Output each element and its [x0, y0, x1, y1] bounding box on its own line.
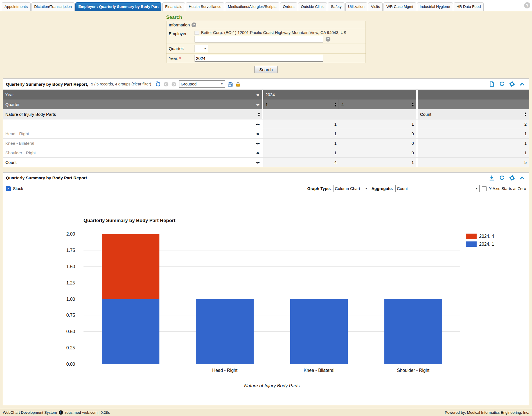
remove-employer-button[interactable]: —: [195, 31, 199, 35]
table-group-row-year: Year ◀▶ 2024: [3, 90, 529, 100]
clear-filter-link[interactable]: clear filter: [133, 82, 150, 86]
sort-icon[interactable]: [258, 112, 260, 116]
y-tick-label: 1.50: [66, 264, 75, 269]
stack-checkbox[interactable]: ✓: [6, 186, 11, 191]
gear-icon[interactable]: [509, 175, 515, 181]
employer-selected-value: Better Corp. (EO-1) 12001 Pacific Coast …: [201, 30, 346, 35]
yaxis-zero-checkbox[interactable]: [482, 186, 487, 191]
table-row: Knee - Bilateral◀▶101: [3, 138, 529, 148]
tab-appointments[interactable]: Appointments: [2, 2, 31, 11]
legend-label: 2024, 4: [479, 234, 494, 239]
tab-hr-data-feed[interactable]: HR Data Feed: [454, 2, 484, 11]
info-icon[interactable]: i: [59, 410, 63, 415]
next-icon[interactable]: [171, 82, 177, 87]
quarter-row: Quarter: ▼: [166, 44, 366, 53]
column-move-icon[interactable]: ◀▶: [256, 93, 260, 96]
graph-type-label: Graph Type:: [307, 186, 331, 191]
hatch-cell: [262, 109, 416, 119]
quarter-select[interactable]: ▼: [195, 45, 208, 52]
help-icon[interactable]: ?: [524, 2, 530, 8]
tab-dictation-transcription[interactable]: Dictation/Transcription: [31, 2, 75, 11]
y-tick-label: 1.25: [66, 281, 75, 286]
table-row: Head - Right◀▶101: [3, 129, 529, 138]
bar-head-right[interactable]: [196, 234, 253, 364]
bar-segment-2024-1[interactable]: [102, 299, 159, 365]
report-panel: Quarterly Summary by Body Part Report, 5…: [3, 78, 529, 167]
y-tick-label: 0.25: [66, 345, 75, 351]
bar-segment-2024-1[interactable]: [290, 299, 348, 365]
grouped-select[interactable]: Grouped ▼: [179, 80, 225, 88]
refresh-icon[interactable]: [499, 175, 505, 181]
bar-group-0[interactable]: [102, 234, 159, 364]
chevron-down-icon: ▼: [365, 187, 368, 190]
cell-quarter-4: 0: [339, 139, 416, 148]
quarter-1-cell: 1: [262, 100, 339, 109]
row-label: Shoulder - Right: [5, 150, 36, 155]
y-tick-label: 1.00: [66, 297, 75, 302]
column-move-icon[interactable]: ◀▶: [256, 132, 260, 135]
legend-label: 2024, 1: [479, 242, 494, 247]
tab-outside-clinic[interactable]: Outside Clinic: [298, 2, 327, 11]
tab-safety[interactable]: Safety: [328, 2, 344, 11]
sort-icon[interactable]: [334, 103, 337, 107]
search-section: Search Information ? Employer: — Better …: [0, 11, 532, 76]
bar-segment-2024-1[interactable]: [196, 299, 253, 365]
search-button[interactable]: Search: [254, 66, 278, 73]
collapse-icon[interactable]: [519, 81, 525, 87]
employer-label: Employer:: [169, 30, 195, 36]
row-label-cell: Count◀▶: [3, 158, 262, 167]
tab-bar: AppointmentsDictation/TranscriptionEmplo…: [0, 0, 532, 11]
bar-shoulder-right[interactable]: [384, 234, 442, 364]
column-move-icon[interactable]: ◀▶: [256, 152, 260, 154]
chart-panel-header: Quarterly Summary by Body Part Report: [3, 173, 529, 183]
tab-visits[interactable]: Visits: [368, 2, 383, 11]
chart-panel-icons: [489, 175, 526, 181]
year-input[interactable]: [195, 55, 323, 62]
bar-knee-bilateral[interactable]: [290, 234, 348, 364]
y-tick-label: 1.75: [66, 248, 75, 253]
aggregate-select[interactable]: Count ▼: [395, 185, 480, 192]
aggregate-label: Aggregate:: [371, 186, 393, 191]
sort-icon[interactable]: [412, 103, 414, 107]
gear-icon[interactable]: [509, 81, 515, 87]
sort-icon[interactable]: [524, 112, 527, 116]
chart-controls: ✓ Stack Graph Type: Column Chart ▼ Aggre…: [3, 183, 529, 194]
cell-count: 5: [416, 158, 529, 167]
tab-utilization[interactable]: Utilization: [345, 2, 368, 11]
quarter-4-cell: 4: [339, 100, 416, 109]
undo-icon[interactable]: [155, 81, 161, 87]
chart-legend: 2024, 42024, 1: [466, 234, 494, 247]
column-move-icon[interactable]: ◀▶: [256, 123, 260, 126]
y-tick-label: 0.00: [66, 362, 75, 367]
legend-entry: 2024, 4: [466, 234, 494, 239]
collapse-icon[interactable]: [519, 175, 525, 181]
column-move-icon[interactable]: ◀▶: [256, 103, 260, 106]
graph-type-select[interactable]: Column Chart ▼: [333, 185, 369, 192]
employer-input[interactable]: [195, 36, 323, 42]
save-icon[interactable]: [227, 82, 233, 87]
new-document-icon[interactable]: [489, 81, 495, 87]
tab-orders[interactable]: Orders: [280, 2, 297, 11]
download-icon[interactable]: [489, 175, 495, 181]
tab-health-surveillance[interactable]: Health Surveillance: [186, 2, 224, 11]
row-label: Knee - Bilateral: [5, 141, 34, 146]
column-move-icon[interactable]: ◀▶: [256, 161, 260, 164]
chart-canvas: Quarterly Summary by Body Part Report 0.…: [3, 194, 529, 405]
chart-panel: Quarterly Summary by Body Part Report ✓ …: [3, 172, 529, 405]
tab-wr-case-mgmt[interactable]: WR Case Mgmt: [384, 2, 416, 11]
row-label-cell: Shoulder - Right◀▶: [3, 148, 262, 157]
bar-segment-2024-1[interactable]: [384, 299, 442, 365]
tab-financials[interactable]: Financials: [162, 2, 185, 11]
report-panel-header: Quarterly Summary by Body Part Report, 5…: [3, 79, 529, 90]
information-help-icon[interactable]: ?: [191, 22, 196, 27]
lock-icon[interactable]: [235, 82, 241, 87]
body-parts-header-label: Nature of Injury Body Parts: [5, 112, 56, 117]
previous-icon[interactable]: [163, 82, 169, 87]
refresh-icon[interactable]: [499, 81, 505, 87]
tab-medications-allergies-scripts[interactable]: Medications/Allergies/Scripts: [225, 2, 279, 11]
column-move-icon[interactable]: ◀▶: [256, 142, 260, 145]
employer-help-icon[interactable]: ?: [326, 37, 330, 42]
tab-industrial-hygiene[interactable]: Industrial Hygiene: [417, 2, 453, 11]
tab-employer-quarterly-summary-by-body-part[interactable]: Employer : Quarterly Summary by Body Par…: [75, 2, 161, 11]
bar-segment-2024-4[interactable]: [102, 234, 159, 299]
